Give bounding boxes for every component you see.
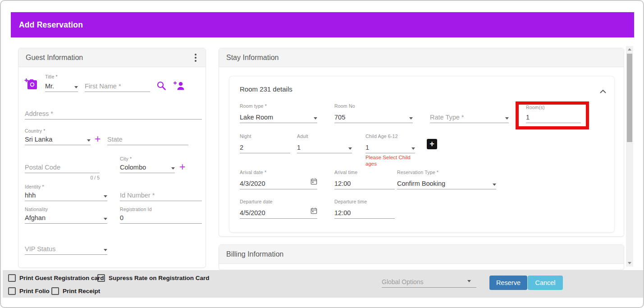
collapse-chevron-up-icon[interactable]: [600, 87, 606, 95]
departure-time-label: Departure time: [334, 199, 395, 204]
night-field[interactable]: Night 2: [240, 133, 290, 153]
scrollbar-up-arrow-icon[interactable]: [628, 48, 631, 51]
departure-time-value: 12:00: [334, 209, 351, 216]
registration-id-label: Registration Id: [120, 207, 202, 212]
billing-panel-header: Billing Information: [219, 245, 624, 264]
child-age-label: Child Age 6-12: [365, 133, 415, 139]
add-photo-icon[interactable]: [24, 78, 37, 92]
child-age-select[interactable]: Child Age 6-12 1: [365, 133, 415, 153]
chevron-down-icon: [493, 184, 496, 186]
rate-type-select[interactable]: Rate Type *: [430, 103, 509, 123]
supress-rate-checkbox[interactable]: Supress Rate on Registration Card: [97, 274, 210, 282]
departure-date-value: 4/5/2020: [240, 209, 265, 216]
state-placeholder: State: [107, 136, 123, 143]
print-receipt-checkbox[interactable]: Print Receipt: [51, 287, 100, 295]
identity-value: hhh: [25, 192, 36, 199]
guest-panel-header: Guest Information: [18, 48, 206, 67]
page-header: Add Reservation: [11, 12, 634, 37]
stay-panel-title: Stay Information: [226, 54, 279, 62]
registration-id-field[interactable]: Registration Id 0: [120, 207, 202, 224]
address-field[interactable]: Address *: [25, 101, 202, 120]
room-no-label: Room No: [334, 103, 413, 109]
reserve-button[interactable]: Reserve: [489, 276, 527, 290]
chevron-down-icon: [314, 117, 317, 120]
state-field[interactable]: State: [107, 128, 188, 145]
calendar-icon[interactable]: [311, 178, 317, 187]
search-icon[interactable]: [156, 81, 166, 92]
country-label: Country *: [25, 128, 91, 133]
postal-code-placeholder: Postal Code: [25, 164, 60, 171]
vertical-scrollbar[interactable]: [626, 46, 633, 267]
id-number-placeholder: Id Number *: [120, 192, 155, 199]
id-number-field[interactable]: Id Number *: [120, 184, 202, 201]
identity-label: Identity *: [25, 184, 107, 189]
stay-information-panel: Stay Information Room 231 details Room t…: [219, 48, 624, 237]
child-age-error: Please Select Child ages: [365, 154, 422, 167]
country-select[interactable]: Country * Sri Lanka: [25, 128, 91, 145]
address-placeholder: Address *: [25, 110, 53, 117]
print-guest-registration-card-checkbox[interactable]: Print Guest Registration card: [8, 274, 104, 282]
title-label: Title *: [45, 74, 78, 79]
room-card-title: Room 231 details: [240, 85, 292, 93]
checkbox-icon: [8, 274, 16, 282]
scrollbar-thumb[interactable]: [627, 54, 632, 142]
action-bar: Print Guest Registration card Supress Ra…: [3, 270, 643, 298]
chevron-down-icon: [104, 249, 107, 251]
night-value: 2: [240, 144, 243, 151]
arrival-date-field[interactable]: Arival date * 4/3/2020: [240, 170, 317, 189]
vip-status-placeholder: VIP Status: [25, 245, 55, 253]
identity-select[interactable]: Identity * hhh: [25, 184, 107, 201]
chevron-down-icon: [87, 139, 91, 142]
arrival-date-value: 4/3/2020: [240, 180, 265, 187]
checkbox-icon: [97, 274, 105, 282]
billing-information-panel: Billing Information: [219, 244, 624, 270]
room-type-select[interactable]: Room type * Lake Room: [240, 103, 317, 123]
nationality-value: Afghan: [25, 214, 46, 221]
billing-panel-title: Billing Information: [226, 250, 283, 258]
guest-panel-title: Guest Information: [26, 54, 83, 62]
add-guest-icon[interactable]: [173, 81, 185, 92]
add-city-icon[interactable]: +: [179, 162, 185, 172]
departure-time-field[interactable]: Departure time 12:00: [334, 199, 395, 219]
arrival-time-field[interactable]: Arival time 12:00: [334, 170, 395, 189]
add-room-icon[interactable]: +: [427, 139, 437, 149]
postal-code-field[interactable]: Postal Code: [25, 156, 100, 173]
vip-status-select[interactable]: VIP Status: [25, 238, 107, 255]
rooms-label: Room(s): [526, 105, 581, 110]
arrival-date-label: Arival date *: [240, 170, 317, 175]
night-label: Night: [240, 133, 290, 139]
room-type-label: Room type *: [240, 103, 317, 109]
scrollbar-down-arrow-icon[interactable]: [628, 262, 631, 264]
rate-type-placeholder: Rate Type *: [430, 114, 464, 121]
departure-date-field[interactable]: Departure date 4/5/2020: [240, 199, 317, 219]
add-country-icon[interactable]: +: [95, 134, 100, 144]
chevron-down-icon: [171, 167, 175, 170]
title-select[interactable]: Title * Mr.: [45, 74, 78, 92]
rooms-field[interactable]: Room(s) 1: [526, 105, 581, 123]
child-age-value: 1: [365, 144, 369, 151]
guest-information-panel: Guest Information Title * Mr. First Name…: [18, 48, 206, 268]
city-label: City *: [120, 156, 175, 161]
calendar-icon[interactable]: [311, 207, 317, 216]
checkbox-icon: [8, 287, 16, 295]
reservation-type-select[interactable]: Reservation Type * Confirm Booking: [397, 170, 496, 189]
adult-select[interactable]: Adult 1: [297, 133, 352, 153]
print-folio-checkbox[interactable]: Print Folio: [8, 287, 50, 295]
more-options-icon[interactable]: [193, 52, 198, 64]
stay-panel-header: Stay Information: [219, 48, 624, 67]
first-name-field[interactable]: First Name *: [85, 74, 150, 92]
city-select[interactable]: City * Colombo: [120, 156, 175, 173]
nationality-select[interactable]: Nationality Afghan: [25, 207, 107, 224]
room-no-select[interactable]: Room No 705: [334, 103, 413, 123]
cancel-button[interactable]: Cancel: [528, 276, 563, 290]
nationality-label: Nationality: [25, 207, 107, 212]
registration-id-value: 0: [120, 214, 123, 221]
global-options-placeholder: Global Options: [382, 278, 424, 285]
app-window: Add Reservation Guest Information Title …: [0, 0, 644, 308]
room-type-value: Lake Room: [240, 114, 273, 121]
chevron-down-icon: [74, 86, 78, 88]
global-options-select[interactable]: Global Options: [382, 276, 476, 288]
chevron-down-icon: [467, 280, 471, 282]
arrival-time-label: Arival time: [334, 170, 395, 175]
page-title: Add Reservation: [19, 20, 83, 30]
